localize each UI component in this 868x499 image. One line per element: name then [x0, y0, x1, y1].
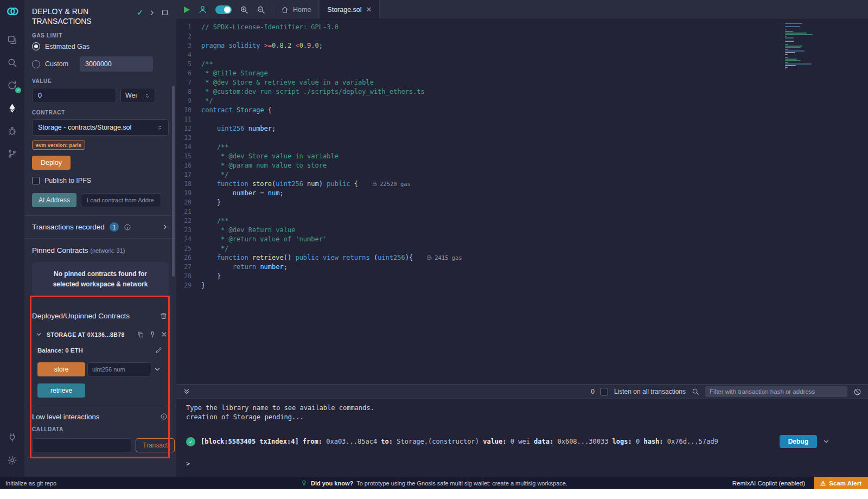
listen-all-checkbox[interactable] [601, 388, 608, 395]
settings-icon[interactable] [0, 449, 24, 471]
deploy-button[interactable]: Deploy [32, 156, 71, 170]
remix-logo-icon[interactable] [5, 4, 20, 21]
copilot-toggle[interactable] [215, 5, 232, 14]
plugin-manager-icon[interactable] [0, 426, 24, 449]
store-arg-input[interactable] [87, 362, 151, 376]
transact-button[interactable]: Transact [136, 438, 175, 452]
terminal[interactable]: Type the library name to see available c… [176, 399, 868, 477]
at-address-button[interactable]: At Address [32, 193, 76, 207]
run-script-icon[interactable] [184, 7, 190, 13]
estimated-gas-label: Estimated Gas [45, 43, 90, 50]
code-line: 7 * @dev Store & retrieve value in a var… [176, 78, 868, 87]
transactions-recorded-row[interactable]: Transactions recorded 1 [24, 216, 176, 238]
did-you-know-tip: Did you know? To prototype using the Gno… [301, 479, 567, 487]
custom-gas-input[interactable] [80, 56, 153, 72]
contract-selected: Storage - contracts/Storage.sol [38, 124, 131, 131]
contract-select[interactable]: Storage - contracts/Storage.sol [32, 119, 169, 136]
estimated-gas-radio[interactable] [32, 42, 40, 50]
scam-alert-badge[interactable]: ⚠ Scam Alert [814, 477, 868, 489]
chevron-down-icon[interactable] [154, 366, 161, 373]
home-icon [281, 6, 289, 14]
code-line: 6 * @title Storage [176, 68, 868, 78]
code-line: 5/** [176, 59, 868, 68]
no-pinned-contracts-card: No pinned contracts found for selected w… [32, 262, 169, 296]
expand-log-icon[interactable] [822, 438, 830, 445]
code-line: 17 */ [176, 170, 868, 179]
copy-icon[interactable] [137, 331, 144, 338]
tab-home[interactable]: Home [273, 0, 319, 19]
tab-storage-sol[interactable]: Storage.sol ✕ [319, 0, 380, 19]
code-line: 22 /** [176, 216, 868, 225]
chevron-right-icon[interactable] [162, 223, 169, 231]
editor-column: Home Storage.sol ✕ 1// SPDX-License-Iden… [176, 0, 868, 477]
deploy-and-run-icon[interactable] [0, 97, 24, 119]
panel-scrollbar[interactable] [172, 86, 175, 277]
solidity-compiler-icon[interactable]: ✓ [0, 74, 24, 97]
code-editor[interactable]: 1// SPDX-License-Identifier: GPL-3.023pr… [176, 20, 868, 384]
code-line: 1// SPDX-License-Identifier: GPL-3.0 [176, 22, 868, 31]
retrieve-function-button[interactable]: retrieve [37, 383, 85, 398]
compile-success-badge: ✓ [15, 87, 21, 93]
info-icon[interactable] [160, 413, 168, 420]
transactions-recorded-label: Transactions recorded [32, 223, 105, 231]
value-unit: Wei [125, 92, 137, 99]
terminal-filter-input[interactable] [705, 386, 847, 397]
terminal-prompt[interactable]: > [186, 460, 868, 468]
value-unit-select[interactable]: Wei [120, 88, 155, 103]
file-explorer-icon[interactable] [0, 28, 24, 51]
listen-count: 0 [591, 388, 595, 395]
code-line: 15 * @dev Store value in variable [176, 151, 868, 161]
transaction-log-row[interactable]: ✓ [block:5583405 txIndex:4] from: 0xa03.… [186, 435, 868, 448]
chevron-right-icon[interactable] [149, 9, 156, 16]
pin-panel-icon[interactable] [161, 9, 169, 16]
debugger-icon[interactable] [0, 119, 24, 142]
clear-console-icon[interactable] [853, 388, 861, 396]
warning-icon: ⚠ [820, 479, 826, 487]
pinned-network-text: (network: 31) [90, 247, 125, 254]
tx-success-icon: ✓ [186, 437, 195, 446]
git-init-button[interactable]: Initialize as git repo [0, 480, 56, 487]
at-address-input[interactable] [81, 193, 161, 207]
search-icon[interactable] [0, 51, 24, 74]
editor-toolbar: Home Storage.sol ✕ [176, 0, 868, 20]
edit-icon[interactable] [155, 347, 162, 354]
value-input[interactable] [32, 88, 116, 103]
calldata-input[interactable] [32, 438, 131, 452]
custom-gas-radio[interactable] [32, 60, 40, 68]
git-icon[interactable] [0, 142, 24, 165]
contract-label: CONTRACT [32, 110, 169, 116]
code-line: 20 } [176, 197, 868, 207]
chevron-down-icon[interactable] [35, 331, 42, 338]
close-tab-icon[interactable]: ✕ [366, 6, 372, 13]
gas-limit-label: GAS LIMIT [32, 33, 169, 39]
search-icon[interactable] [692, 388, 699, 395]
deployed-contracts-title: Deployed/Unpinned Contracts [32, 312, 130, 320]
deploy-run-panel: DEPLOY & RUN TRANSACTIONS ✓ GAS LIMIT Es… [24, 0, 176, 477]
publish-ipfs-label: Publish to IPFS [44, 177, 91, 184]
code-line: 18 function store(uint256 num) public {2… [176, 179, 868, 188]
main-row: ✓ DEPLOY & RUN TRANSACTIONS [0, 0, 868, 477]
code-line: 10contract Storage { [176, 105, 868, 114]
pin-icon[interactable] [149, 331, 156, 338]
page-bottom-gap [0, 489, 868, 499]
close-icon[interactable] [161, 331, 168, 338]
code-line: 4 [176, 50, 868, 59]
copilot-status[interactable]: RemixAI Copilot (enabled) [732, 480, 805, 487]
trash-icon[interactable] [159, 312, 168, 320]
contract-instance-label: STORAGE AT 0X136...8B78 [47, 331, 125, 338]
code-line: 29} [176, 280, 868, 290]
remix-ai-icon[interactable] [198, 5, 207, 14]
zoom-in-icon[interactable] [240, 5, 248, 14]
debug-button[interactable]: Debug [780, 435, 817, 448]
zoom-out-icon[interactable] [257, 5, 265, 14]
updown-icon [144, 93, 150, 99]
collapse-terminal-icon[interactable] [183, 388, 190, 395]
info-icon[interactable] [124, 223, 131, 231]
store-function-button[interactable]: store [37, 362, 85, 376]
code-line: 13 [176, 133, 868, 142]
tip-text: To prototype using the Gnosis safe multi… [356, 480, 567, 487]
publish-ipfs-checkbox[interactable] [32, 177, 40, 184]
code-line: 19 number = num; [176, 188, 868, 197]
low-level-title: Low level interactions [32, 413, 99, 421]
code-line: 2 [176, 31, 868, 41]
